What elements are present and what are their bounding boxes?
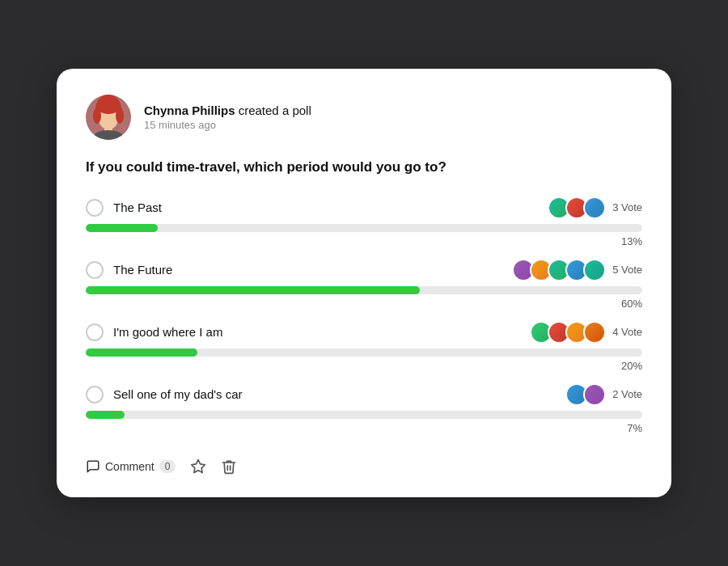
poll-footer: Comment 0 [86,452,642,475]
option-right: 3 Vote [548,196,642,219]
user-action-text: Chynna Phillips created a poll [144,103,311,117]
delete-button[interactable] [221,458,237,475]
user-avatar [86,95,131,140]
svg-point-5 [116,108,124,124]
trash-icon [221,458,237,475]
svg-marker-8 [192,460,205,473]
poll-option: The Future 5 Vote 60% [86,259,642,310]
option-right: 5 Vote [512,259,642,281]
comment-icon [86,459,100,474]
progress-bar-future [86,286,420,294]
option-row: I'm good where I am 4 Vote [86,321,642,344]
voter-avatar [583,321,606,344]
voter-avatar [583,196,606,219]
option-label-future: The Future [113,263,172,277]
progress-bar-container-good [86,348,642,357]
progress-bar-container-past [86,224,642,232]
poll-card: Chynna Phillips created a poll 15 minute… [57,69,671,497]
option-left: The Past [86,199,162,217]
comment-count: 0 [159,460,176,473]
voter-avatars [565,383,606,406]
comment-label: Comment [105,460,154,473]
progress-bar-car [86,411,125,419]
poll-options: The Past 3 Vote 13% The Future 5 [86,196,642,446]
progress-bar-container-car [86,411,642,419]
option-left: I'm good where I am [86,323,222,341]
option-row: Sell one of my dad's car 2 Vote [86,383,642,406]
action-text: created a poll [235,103,311,117]
percent-label-car: 7% [86,422,642,434]
vote-count-good: 4 Vote [612,326,642,338]
user-name: Chynna Phillips [144,103,235,117]
option-left: The Future [86,261,172,279]
option-label-past: The Past [113,201,162,214]
progress-bar-container-future [86,286,642,294]
poll-option: The Past 3 Vote 13% [86,196,642,247]
radio-option-past[interactable] [86,199,104,217]
voter-avatars [512,259,606,281]
poll-option: I'm good where I am 4 Vote 20% [86,321,642,372]
option-right: 4 Vote [530,321,642,344]
radio-option-future[interactable] [86,261,104,279]
poll-question: If you could time-travel, which period w… [86,158,642,177]
voter-avatar [583,259,606,281]
option-label-good: I'm good where I am [113,325,222,339]
radio-option-car[interactable] [86,386,104,403]
star-button[interactable] [190,458,206,475]
option-right: 2 Vote [565,383,642,406]
post-time: 15 minutes ago [144,119,311,131]
poll-header: Chynna Phillips created a poll 15 minute… [86,95,642,140]
progress-bar-past [86,224,158,232]
poll-option: Sell one of my dad's car 2 Vote 7% [86,383,642,434]
comment-button[interactable]: Comment 0 [86,459,176,474]
vote-count-past: 3 Vote [612,201,642,213]
vote-count-car: 2 Vote [612,388,642,400]
svg-point-4 [93,108,101,124]
radio-option-good[interactable] [86,323,104,341]
star-icon [190,458,206,475]
header-text: Chynna Phillips created a poll 15 minute… [144,103,311,131]
voter-avatars [548,196,606,219]
option-label-car: Sell one of my dad's car [113,387,243,401]
percent-label-past: 13% [86,235,642,247]
percent-label-future: 60% [86,298,642,310]
percent-label-good: 20% [86,360,642,372]
vote-count-future: 5 Vote [612,264,642,276]
voter-avatars [530,321,606,344]
option-row: The Past 3 Vote [86,196,642,219]
progress-bar-good [86,348,197,357]
voter-avatar [583,383,606,406]
option-row: The Future 5 Vote [86,259,642,281]
option-left: Sell one of my dad's car [86,386,243,403]
